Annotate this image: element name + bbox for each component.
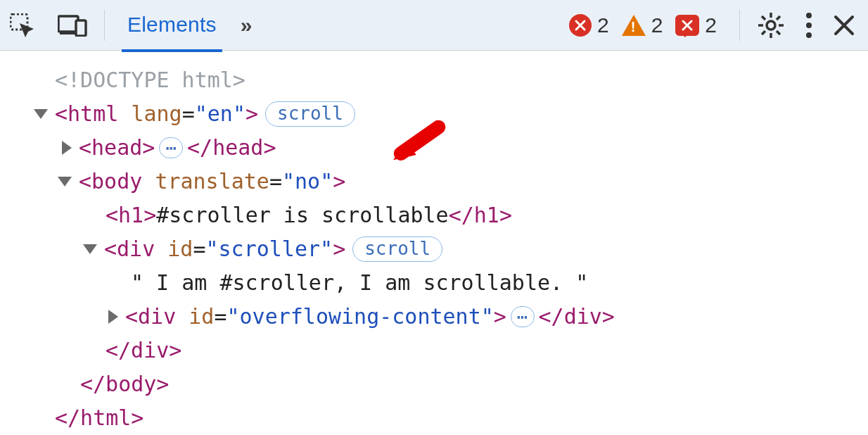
- tag-head-close: </head>: [187, 131, 276, 165]
- attr-id-overflowing: overflowing-content: [240, 300, 481, 334]
- h1-text: #scroller is scrollable: [156, 198, 448, 232]
- dom-head[interactable]: <head> ⋯ </head>: [0, 131, 868, 165]
- issues-icon: [675, 15, 699, 36]
- q: ": [195, 97, 208, 131]
- kebab-menu-icon[interactable]: [805, 11, 813, 39]
- q: ": [206, 232, 219, 266]
- svg-rect-2: [60, 32, 77, 34]
- tag-div: <div: [125, 300, 189, 334]
- attr-id: id: [167, 232, 193, 266]
- issues-count: 2: [705, 13, 717, 37]
- svg-point-6: [806, 23, 812, 28]
- warnings-status[interactable]: 2: [622, 13, 663, 37]
- gt: >: [245, 97, 258, 131]
- tag-html: <html: [55, 97, 131, 131]
- svg-point-7: [806, 32, 812, 38]
- eq: =: [182, 97, 195, 131]
- gt: >: [333, 165, 345, 198]
- eq: =: [193, 232, 205, 266]
- dom-div-scroller-close[interactable]: </div>: [0, 334, 868, 367]
- console-status-group[interactable]: 2 2 2: [569, 13, 717, 37]
- scroller-text: " I am #scroller, I am scrollable. ": [131, 266, 588, 300]
- ellipsis-icon[interactable]: ⋯: [159, 137, 183, 158]
- dom-body-open[interactable]: <body translate="no">: [0, 165, 868, 198]
- dom-h1[interactable]: <h1>#scroller is scrollable</h1>: [0, 198, 868, 232]
- tag-body: <body: [79, 165, 155, 198]
- q: ": [282, 165, 295, 198]
- caret-down-icon[interactable]: [34, 109, 48, 119]
- eq: =: [214, 300, 226, 334]
- attr-translate-val: no: [295, 165, 320, 198]
- tag-html-close: </html>: [55, 401, 143, 435]
- elements-panel: <!DOCTYPE html> <html lang="en"> scroll …: [0, 51, 868, 435]
- gt: >: [333, 232, 345, 266]
- dom-text-node[interactable]: " I am #scroller, I am scrollable. ": [0, 266, 868, 300]
- q: ": [320, 165, 333, 198]
- tag-div-close: </div>: [106, 334, 181, 367]
- dom-div-overflowing[interactable]: <div id="overflowing-content"> ⋯ </div>: [0, 300, 868, 334]
- tag-div: <div: [104, 232, 167, 266]
- q: ": [227, 300, 240, 334]
- doctype-text: <!DOCTYPE html>: [55, 63, 245, 97]
- issues-status[interactable]: 2: [675, 13, 717, 37]
- caret-right-icon[interactable]: [108, 310, 118, 324]
- dom-doctype[interactable]: <!DOCTYPE html>: [0, 63, 868, 97]
- errors-status[interactable]: 2: [569, 13, 609, 37]
- tag-h1-close: </h1>: [449, 198, 512, 232]
- errors-count: 2: [597, 13, 609, 37]
- dom-html-open[interactable]: <html lang="en"> scroll: [0, 97, 868, 131]
- dom-div-scroller[interactable]: <div id="scroller"> scroll: [0, 232, 868, 266]
- attr-id-scroller: scroller: [219, 232, 321, 266]
- tag-div-close: </div>: [539, 300, 615, 334]
- svg-rect-3: [76, 20, 86, 36]
- q: ": [481, 300, 494, 334]
- svg-point-5: [806, 13, 812, 18]
- gt: >: [494, 300, 506, 334]
- svg-point-4: [767, 21, 775, 30]
- eq: =: [269, 165, 282, 198]
- dom-body-close[interactable]: </body>: [0, 367, 868, 401]
- tab-elements[interactable]: Elements: [122, 0, 222, 52]
- scroll-badge[interactable]: scroll: [265, 101, 355, 127]
- attr-translate: translate: [155, 165, 269, 198]
- tag-head-open: <head>: [79, 131, 155, 165]
- caret-down-icon[interactable]: [58, 177, 72, 187]
- warning-icon: [622, 15, 646, 36]
- close-icon[interactable]: [833, 14, 855, 37]
- dom-tree[interactable]: <!DOCTYPE html> <html lang="en"> scroll …: [0, 51, 868, 435]
- tag-body-close: </body>: [80, 367, 169, 401]
- more-tabs-button[interactable]: »: [241, 13, 253, 37]
- devtools-toolbar: Elements » 2 2 2: [0, 0, 868, 51]
- error-icon: [569, 14, 592, 37]
- warnings-count: 2: [651, 13, 663, 37]
- inspect-element-icon[interactable]: [10, 13, 37, 37]
- tag-h1-open: <h1>: [106, 198, 156, 232]
- attr-id: id: [189, 300, 214, 334]
- device-toolbar-icon[interactable]: [58, 14, 87, 37]
- attr-lang-val: en: [208, 97, 233, 131]
- scroll-badge[interactable]: scroll: [352, 237, 442, 262]
- settings-icon[interactable]: [757, 11, 785, 39]
- caret-down-icon[interactable]: [83, 244, 97, 254]
- toolbar-separator: [104, 10, 105, 41]
- q: ": [320, 232, 333, 266]
- ellipsis-icon[interactable]: ⋯: [511, 306, 535, 327]
- attr-lang: lang: [131, 97, 181, 131]
- dom-html-close[interactable]: </html>: [0, 401, 868, 435]
- tab-elements-label: Elements: [127, 13, 217, 36]
- toolbar-separator: [739, 10, 740, 41]
- caret-right-icon[interactable]: [62, 141, 72, 155]
- q: ": [233, 97, 245, 131]
